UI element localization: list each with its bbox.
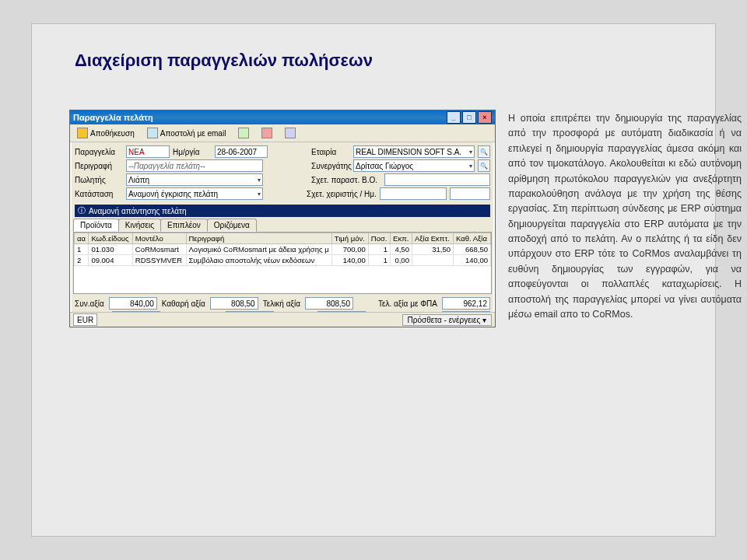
col-aa[interactable]: αα: [75, 233, 89, 244]
grid[interactable]: αα Κωδ.είδους Μοντέλο Περιγραφή Τιμή μόν…: [73, 232, 492, 294]
table-row[interactable]: 2 09.004 RDSSYMVER Συμβόλαιο αποστολής ν…: [75, 255, 491, 266]
tool-button-3[interactable]: [281, 126, 300, 140]
currency-box[interactable]: EUR: [73, 313, 97, 326]
lbl-final: Τελική αξία: [263, 299, 300, 308]
info-text: Αναμονή απάντησης πελάτη: [89, 207, 187, 215]
net-field[interactable]: 808,50: [210, 297, 258, 310]
email-label: Αποστολή με email: [160, 129, 226, 138]
lbl-order: Παραγγελία: [75, 148, 123, 156]
chevron-down-icon: ▾: [482, 316, 486, 324]
delete-icon: [261, 128, 272, 138]
final-field[interactable]: 808,50: [305, 297, 353, 310]
company-lookup[interactable]: 🔍: [478, 145, 490, 158]
app-window: Παραγγελία πελάτη _ □ × Αποθήκευση Αποστ…: [69, 110, 496, 327]
table-row[interactable]: 1 01.030 CoRMosmart Λογισμικό CoRMosmart…: [75, 244, 491, 255]
save-label: Αποθήκευση: [90, 129, 135, 138]
maximize-button[interactable]: □: [462, 111, 476, 124]
zoom-icon: [285, 128, 296, 138]
lbl-date: Ημ/ργία: [173, 148, 212, 156]
lbl-desc: Περιγραφή: [75, 162, 123, 170]
desc-field[interactable]: --Παραγγελία πελάτη--: [126, 159, 263, 172]
info-band: ⓘ Αναμονή απάντησης πελάτη: [75, 205, 490, 217]
company-field[interactable]: REAL DIMENSION SOFT S.A.: [353, 145, 475, 158]
mail-icon: [147, 128, 158, 138]
form-area: Παραγγελία ΝΕΑ Ημ/ργία 28-06-2007 Εταιρί…: [70, 142, 495, 203]
tab-products[interactable]: Προϊόντα: [73, 219, 119, 232]
handler-date-field[interactable]: [450, 187, 490, 200]
handler-field[interactable]: [380, 187, 447, 200]
save-icon: [77, 128, 88, 138]
voucher-field[interactable]: [384, 173, 490, 186]
tool-button-2[interactable]: [258, 126, 276, 140]
col-model[interactable]: Μοντέλο: [132, 233, 186, 244]
lbl-handler: Σχετ. χειριστής / Ημ.: [307, 190, 377, 198]
tab-custom[interactable]: Οριζόμενα: [207, 219, 257, 232]
pencil-icon: [238, 128, 249, 138]
tab-movements[interactable]: Κινήσεις: [118, 219, 161, 232]
minimize-button[interactable]: _: [447, 111, 461, 124]
lbl-company: Εταιρία: [311, 148, 350, 156]
window-title: Παραγγελία πελάτη: [73, 113, 153, 122]
tabstrip: Προϊόντα Κινήσεις Επιπλέον Οριζόμενα: [70, 219, 495, 232]
final-vat-field[interactable]: 962,12: [442, 297, 490, 310]
page-title: Διαχείριση παραγγελιών πωλήσεων: [75, 51, 373, 71]
lbl-sum: Συν.αξία: [75, 299, 104, 308]
date-field[interactable]: 28-06-2007: [215, 145, 268, 158]
lbl-final-vat: Τελ. αξία με ΦΠΑ: [378, 299, 437, 308]
col-disc[interactable]: Εκπ.: [391, 233, 412, 244]
partner-field[interactable]: Δρίτσας Γιώργος: [353, 159, 475, 172]
lbl-status: Κατάσταση: [75, 190, 123, 198]
send-email-button[interactable]: Αποστολή με email: [143, 126, 230, 140]
page-card: Διαχείριση παραγγελιών πωλήσεων Παραγγελ…: [31, 23, 716, 537]
col-discval[interactable]: Αξία Εκπτ.: [412, 233, 453, 244]
col-price[interactable]: Τιμή μόν.: [331, 233, 368, 244]
col-code[interactable]: Κωδ.είδους: [89, 233, 132, 244]
sum-field[interactable]: 840,00: [109, 297, 157, 310]
save-button[interactable]: Αποθήκευση: [73, 126, 139, 140]
lbl-voucher: Σχετ. παραστ. B.O.: [311, 176, 381, 184]
status-field[interactable]: Αναμονή έγκρισης πελάτη: [126, 187, 263, 200]
close-button[interactable]: ×: [478, 111, 492, 124]
partner-lookup[interactable]: 🔍: [478, 159, 490, 172]
titlebar: Παραγγελία πελάτη _ □ ×: [70, 110, 495, 124]
status-bar: EUR Πρόσθετα - ενέργειες ▾: [70, 312, 495, 327]
col-qty[interactable]: Ποσ.: [368, 233, 390, 244]
order-field[interactable]: ΝΕΑ: [126, 145, 170, 158]
tab-extra[interactable]: Επιπλέον: [160, 219, 208, 232]
lbl-partner: Συνεργάτης: [311, 162, 350, 170]
description-paragraph: Η οποία επιτρέπει την δημιουργία της παρ…: [508, 111, 742, 322]
lbl-seller: Πωλητής: [75, 176, 123, 184]
actions-button[interactable]: Πρόσθετα - ενέργειες ▾: [402, 314, 492, 326]
tool-button-1[interactable]: [234, 126, 253, 140]
lbl-net: Καθαρή αξία: [162, 299, 205, 308]
toolbar: Αποθήκευση Αποστολή με email: [70, 124, 495, 142]
col-desc[interactable]: Περιγραφή: [186, 233, 331, 244]
col-net[interactable]: Καθ. Αξία: [453, 233, 490, 244]
seller-field[interactable]: Λιάπη: [126, 173, 263, 186]
